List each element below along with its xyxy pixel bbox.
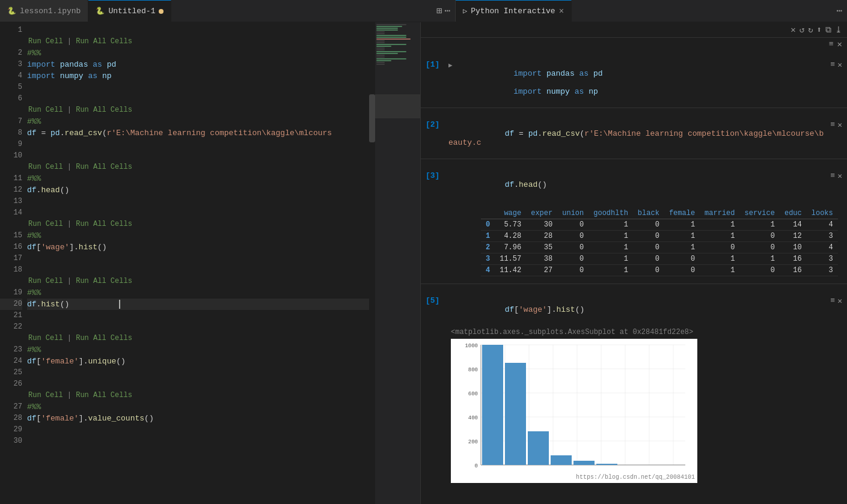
cell-filter-2[interactable]: ≡: [830, 120, 835, 130]
run-cell-1[interactable]: Run Cell | Run All Cells: [27, 36, 420, 47]
matplotlib-text: <matplotlib.axes._subplots.AxesSubplot a…: [451, 328, 842, 336]
td-married-1: 1: [700, 231, 739, 242]
cell-close-5[interactable]: ✕: [837, 296, 842, 306]
ml-7: [376, 35, 406, 36]
td-looks-3: 3: [807, 254, 838, 265]
td-goodhlth-4: 1: [589, 265, 633, 276]
ml-22: [376, 62, 385, 63]
filter-icon[interactable]: ≡: [829, 40, 834, 49]
tab-lesson1[interactable]: 🐍 lesson1.ipynb: [0, 0, 88, 22]
ml-18: [376, 55, 385, 56]
run-cell-2[interactable]: Run Cell | Run All Cells: [27, 105, 420, 116]
run-all-7-label[interactable]: Run All Cells: [76, 391, 132, 399]
cell-filter-3[interactable]: ≡: [830, 171, 835, 181]
ln-29: 29: [0, 424, 22, 436]
code-line-13: [27, 196, 420, 207]
modified-dot: [159, 9, 164, 14]
code-line-6: [27, 93, 420, 105]
close-panel-icon[interactable]: ✕: [837, 39, 842, 49]
tab-actions-right: ⋯: [831, 5, 847, 17]
run-cell-7-label[interactable]: Run Cell: [28, 391, 63, 399]
run-all-5-label[interactable]: Run All Cells: [76, 277, 132, 285]
ml-10: [376, 40, 385, 41]
td-married-4: 1: [700, 265, 739, 276]
python-icon-2: 🐍: [96, 7, 105, 16]
undo-icon[interactable]: ↻: [808, 25, 813, 35]
sep-5: |: [67, 277, 76, 285]
ln-6: 6: [0, 93, 22, 105]
run-cell-7[interactable]: Run Cell | Run All Cells: [27, 390, 420, 401]
run-cell-6[interactable]: Run Cell | Run All Cells: [27, 333, 420, 344]
layout-icon[interactable]: ⊞: [436, 5, 442, 17]
tab-python-interactive[interactable]: ▷ Python Interactive ×: [456, 0, 572, 22]
ml-20: [376, 58, 406, 59]
output-code-5: df['wage'].hist(): [448, 296, 825, 323]
more-icon-right[interactable]: ⋯: [836, 5, 842, 17]
ln-8: 8: [0, 127, 22, 139]
copy-icon[interactable]: ⧉: [825, 25, 831, 35]
table-row: 3 11.57 38 0 1 0 0 1 1 16 3: [481, 254, 838, 265]
right-panel: ✕ ↺ ↻ ⬆ ⧉ ⤓ ≡ ✕ [1] ▶ import pandas as p…: [421, 22, 847, 504]
tab-untitled1[interactable]: 🐍 Untitled-1: [88, 0, 171, 22]
ln-2: 2: [0, 47, 22, 59]
restart-icon[interactable]: ↺: [800, 25, 804, 35]
run-cell-4[interactable]: Run Cell | Run All Cells: [27, 219, 420, 230]
scrollbar-thumb[interactable]: [369, 94, 375, 142]
code-line-10: [27, 150, 420, 162]
run-all-6-label[interactable]: Run All Cells: [76, 334, 132, 342]
sep-line-1: [421, 108, 847, 108]
output-toolbar-3: ≡ ✕: [830, 171, 842, 181]
run-all-2-label[interactable]: Run All Cells: [76, 106, 132, 114]
th-married: married: [700, 208, 739, 219]
run-cell-3[interactable]: Run Cell | Run All Cells: [27, 162, 420, 173]
histogram-chart: 0 200 400 600 800 1000: [451, 339, 697, 483]
code-line-14: [27, 207, 420, 219]
run-all-cells-label[interactable]: Run All Cells: [76, 37, 132, 46]
output-code-1: import pandas as pd import numpy as np: [457, 60, 826, 105]
run-cell-3-label[interactable]: Run Cell: [28, 163, 63, 171]
td-married-0: 1: [700, 219, 739, 231]
editor-scrollbar[interactable]: [369, 22, 375, 504]
cell-close-1[interactable]: ✕: [837, 60, 842, 70]
ln-13: 13: [0, 196, 22, 207]
scroll-icon[interactable]: ⤓: [835, 25, 842, 35]
run-all-3-label[interactable]: Run All Cells: [76, 163, 132, 171]
ln-19: 19: [0, 287, 22, 299]
td-goodhlth-0: 1: [589, 219, 633, 231]
more-icon[interactable]: ⋯: [444, 5, 450, 17]
run-cell-5-label[interactable]: Run Cell: [28, 277, 63, 285]
ln-11: 11: [0, 173, 22, 184]
run-cell-label[interactable]: Run Cell: [28, 37, 63, 46]
ln-4: 4: [0, 70, 22, 82]
interactive-content[interactable]: [1] ▶ import pandas as pd import numpy a…: [421, 50, 847, 504]
run-cell-2-label[interactable]: Run Cell: [28, 106, 63, 114]
code-area[interactable]: Run Cell | Run All Cells #%% import pand…: [27, 22, 420, 504]
td-goodhlth-1: 1: [589, 231, 633, 242]
y-label-200: 200: [468, 439, 478, 445]
table-row: 4 11.42 27 0 1 0 0 1 0 16 3: [481, 265, 838, 276]
cell-filter-5[interactable]: ≡: [830, 296, 835, 306]
ln-7: 7: [0, 116, 22, 127]
ml-4: [376, 29, 398, 31]
left-panel: 1 · 2 3 4 5 6 · 7 8 9 10 · 11 12 13 14 ·…: [0, 22, 421, 504]
sep-2: |: [67, 106, 76, 114]
cell-close-3[interactable]: ✕: [837, 171, 842, 181]
run-cell-4-label[interactable]: Run Cell: [28, 220, 63, 228]
td-educ-0: 14: [780, 219, 807, 231]
td-married-2: 0: [700, 242, 739, 254]
editor-content: 1 · 2 3 4 5 6 · 7 8 9 10 · 11 12 13 14 ·…: [0, 22, 420, 504]
run-cell-5[interactable]: Run Cell | Run All Cells: [27, 276, 420, 287]
run-cell-6-label[interactable]: Run Cell: [28, 334, 63, 342]
close-interactive-tab[interactable]: ×: [559, 7, 564, 16]
interrupt-icon[interactable]: ✕: [790, 25, 795, 35]
run-all-4-label[interactable]: Run All Cells: [76, 220, 132, 228]
export-icon[interactable]: ⬆: [817, 25, 822, 35]
td-union-1: 0: [557, 231, 589, 242]
td-looks-2: 4: [807, 242, 838, 254]
cell-filter-1[interactable]: ≡: [830, 60, 835, 70]
ln-28: 28: [0, 413, 22, 424]
ml-17: [376, 53, 398, 54]
cell-close-2[interactable]: ✕: [837, 120, 842, 130]
td-service-0: 1: [740, 219, 780, 231]
td-idx-0: 0: [481, 219, 495, 231]
